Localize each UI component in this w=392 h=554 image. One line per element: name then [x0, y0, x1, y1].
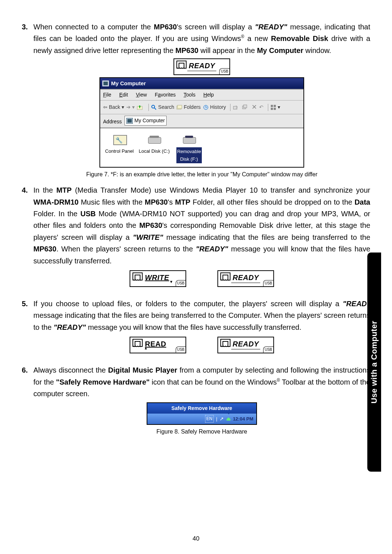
svg-rect-8	[244, 105, 247, 108]
delete-button[interactable]: ✕	[252, 102, 257, 112]
svg-rect-12	[274, 108, 276, 110]
down-arrow-icon: ▾	[170, 279, 172, 285]
up-button[interactable]	[137, 104, 144, 110]
folders-icon	[176, 104, 182, 110]
item-control-panel[interactable]: Control Panel	[104, 134, 135, 155]
player-icon: ∿∿∿∿	[220, 339, 230, 347]
svg-point-1	[152, 105, 155, 108]
svg-rect-10	[274, 105, 276, 107]
history-button[interactable]: History	[203, 103, 226, 111]
list-body-5: If you choose to upload files, or folder…	[33, 298, 370, 359]
item-removable-disk[interactable]: Removable Disk (F:)	[173, 134, 205, 163]
menu-file[interactable]: File	[103, 92, 111, 98]
local-disk-icon	[147, 134, 161, 145]
move-to-button[interactable]	[233, 104, 240, 110]
item-label: Control Panel	[104, 147, 135, 155]
figure-ready-lcd: ∿∿∿∿ READY USB	[33, 58, 370, 75]
control-panel-icon	[113, 134, 126, 145]
address-bar: Address My Computer	[100, 114, 303, 128]
lcd-panel-write: ∿∿∿∿ WRITE ▾ USB	[130, 270, 186, 287]
back-arrow-icon: ⇦	[103, 103, 109, 111]
menu-tools[interactable]: Tools	[184, 92, 196, 98]
cursor-icon: ➚	[220, 415, 224, 423]
back-button[interactable]: ⇦ Back ▾	[103, 103, 124, 111]
lcd-panel-ready-2: ∿∿∿∿ READY USB	[217, 270, 274, 287]
lcd-usb-label: USB	[176, 280, 186, 286]
menu-view[interactable]: View	[136, 92, 147, 98]
side-tab-label: Use with a Computer	[369, 321, 379, 403]
lcd-panel-read: ∿∿∿∿ READ ▴ USB	[130, 337, 186, 353]
menu-edit[interactable]: Edit	[119, 92, 128, 98]
svg-rect-11	[271, 108, 273, 110]
lcd-text-read: READ	[145, 338, 166, 350]
list-body-3: When connected to a computer the MP630's…	[33, 21, 370, 179]
player-icon: ∿∿∿∿	[220, 272, 230, 280]
search-icon	[151, 104, 157, 110]
figure-7-caption: Figure 7. *F: is an example drive letter…	[33, 170, 370, 179]
folders-button[interactable]: Folders	[176, 103, 201, 111]
my-computer-window: My Computer File Edit View Favorites Too…	[99, 77, 304, 168]
window-titlebar: My Computer	[100, 78, 303, 89]
svg-rect-4	[177, 105, 182, 108]
dropdown-icon: ▾	[131, 103, 135, 111]
figure-8-caption: Figure 8. Safely Remove Hardware	[33, 427, 370, 436]
item-label: Removable Disk (F:)	[176, 147, 202, 163]
lcd-panel-ready-3: ∿∿∿∿ READY USB	[217, 337, 274, 353]
page-number: 40	[0, 535, 392, 542]
player-icon: ∿∿∿∿	[132, 339, 142, 347]
toolbar: ⇦ Back ▾ ➔ ▾	[100, 100, 303, 114]
window-title: My Computer	[111, 79, 146, 88]
list-number-5: 5.	[22, 298, 33, 359]
language-indicator[interactable]: EN	[205, 415, 214, 423]
forward-arrow-icon: ➔	[126, 103, 131, 111]
clock: 12:04 PM	[233, 415, 253, 423]
figure-safely-remove: Safely Remove Hardware EN | ➚ ⏏ 12:04 PM	[33, 402, 370, 436]
list-number-6: 6.	[22, 364, 33, 438]
svg-line-2	[154, 108, 156, 110]
address-field[interactable]: My Computer	[124, 116, 167, 126]
side-tab: Use with a Computer	[367, 253, 381, 472]
my-computer-icon	[126, 118, 133, 124]
delete-x-icon: ✕	[252, 102, 257, 112]
lcd-text-write: WRITE	[145, 272, 169, 283]
views-icon	[270, 104, 276, 110]
my-computer-icon	[102, 81, 109, 86]
dropdown-icon: ▾	[278, 103, 280, 111]
up-arrow-icon: ▴	[145, 345, 147, 352]
system-tray: EN | ➚ ⏏ 12:04 PM	[147, 414, 256, 424]
svg-rect-9	[271, 105, 273, 107]
folder-up-icon	[137, 104, 143, 110]
lcd-usb-label: USB	[176, 346, 186, 353]
safely-remove-hardware-figure: Safely Remove Hardware EN | ➚ ⏏ 12:04 PM	[147, 402, 257, 424]
lcd-usb-label: USB	[263, 346, 273, 353]
copy-to-button[interactable]	[242, 104, 249, 110]
client-area: Control Panel Local Disk (C:) Removable …	[100, 128, 303, 167]
lcd-text-ready: READY	[189, 60, 215, 71]
menu-bar: File Edit View Favorites Tools Help	[100, 89, 303, 100]
lcd-panel-ready: ∿∿∿∿ READY USB	[173, 58, 230, 75]
lcd-usb-label: USB	[219, 68, 229, 74]
lcd-text-ready: READY	[233, 272, 259, 283]
address-value: My Computer	[134, 116, 165, 125]
menu-favorites[interactable]: Favorites	[155, 92, 176, 98]
views-button[interactable]: ▾	[270, 103, 280, 111]
forward-button[interactable]: ➔ ▾	[126, 103, 135, 111]
srh-balloon[interactable]: Safely Remove Hardware	[147, 403, 256, 414]
address-label: Address	[103, 119, 122, 125]
copy-to-icon	[242, 104, 248, 110]
list-number-4: 4.	[22, 184, 33, 293]
item-label: Local Disk (C:)	[139, 147, 170, 155]
dropdown-icon: ▾	[120, 103, 124, 111]
item-local-disk[interactable]: Local Disk (C:)	[139, 134, 170, 155]
search-button[interactable]: Search	[151, 103, 174, 111]
list-number-3: 3.	[22, 21, 33, 179]
move-to-icon	[233, 104, 238, 110]
removable-disk-icon	[182, 134, 196, 145]
menu-help[interactable]: Help	[203, 92, 214, 98]
player-icon: ∿∿∿∿	[176, 61, 186, 69]
player-icon: ∿∿∿∿	[132, 272, 142, 280]
lcd-usb-label: USB	[263, 280, 273, 286]
undo-button[interactable]: ↶	[259, 103, 264, 111]
list-body-6: Always disconnect the Digital Music Play…	[33, 364, 370, 438]
lcd-text-ready: READY	[233, 338, 259, 350]
